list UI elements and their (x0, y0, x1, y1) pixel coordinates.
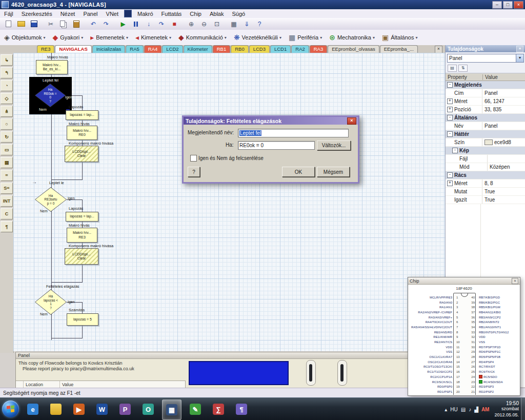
tab-close-icon[interactable]: × (435, 46, 442, 53)
tray-network-icon[interactable]: ▟ (474, 407, 478, 412)
expand-icon[interactable]: - (447, 115, 453, 121)
component-group-gyakori[interactable]: ◆ Gyakori ▾ (53, 33, 84, 42)
menu-item[interactable]: Súgó (228, 10, 249, 17)
ok-button[interactable]: OK (282, 167, 315, 177)
condition-input[interactable]: RE0ok = 0 (238, 141, 315, 150)
step-into-icon[interactable]: ↓ (143, 18, 155, 30)
component-macro-icon[interactable]: ▤ (1, 157, 13, 168)
document-tab[interactable]: LCD3 (249, 45, 270, 53)
document-tab[interactable]: EEprombol_olvasas (328, 45, 379, 53)
taskbar-app-notepad[interactable]: ¶ (232, 399, 251, 419)
panel-close-icon[interactable]: × (516, 46, 523, 52)
interrupt-icon[interactable]: INT (1, 195, 13, 207)
maximize-button[interactable]: □ (503, 1, 513, 9)
document-tab[interactable]: LCD1 (270, 45, 291, 53)
taskbar-app-flowcode[interactable]: ▦ (162, 399, 181, 420)
property-value-cell[interactable]: 8, 8 (482, 181, 525, 186)
show-desktop-button[interactable] (521, 398, 525, 420)
property-row[interactable]: +Méret 66, 1247 (446, 97, 525, 106)
decision-diamond[interactable]: Ha lapozas < 1 ? (35, 289, 67, 315)
macro-call-box[interactable]: Makró hív... RE0 (67, 126, 97, 140)
menu-item[interactable]: Makró (133, 10, 157, 17)
taskbar-app-internet-explorer[interactable]: e (24, 399, 42, 419)
document-tab[interactable]: EEpromba_... (380, 45, 418, 53)
selected-decision[interactable]: Leptet fel Ha RE0ok = 0 ? Igen Nem (29, 77, 72, 114)
component-group-mechatronika[interactable]: ⊛ Mechatronika ▾ (329, 33, 375, 42)
slider-component[interactable] (337, 360, 347, 386)
slider-component[interactable] (306, 360, 316, 386)
copy-icon[interactable] (57, 18, 70, 30)
document-tab[interactable]: Kilometer (184, 45, 212, 53)
object-selector-dropdown[interactable]: Panel ▾ (447, 54, 524, 63)
property-row[interactable]: -Megjelenés (446, 81, 525, 89)
expand-icon[interactable]: + (447, 107, 453, 112)
menu-item[interactable]: Chip (186, 10, 206, 17)
component-group-bemenetek[interactable]: ▸ Bemenetek ▾ (90, 33, 128, 42)
taskbar-app-calculator[interactable]: ∑ (209, 399, 228, 419)
decision-diamond[interactable]: Ha RE0ok = 0 ? (35, 84, 66, 107)
pause-icon[interactable] (130, 18, 142, 30)
property-row[interactable]: Fájl (446, 155, 525, 163)
document-tab[interactable]: RA5 (126, 45, 143, 53)
property-row[interactable]: Név Panel (446, 122, 525, 130)
tray-keyboard-icon[interactable]: ▤ (461, 407, 466, 412)
swap-branches-checkbox[interactable] (190, 155, 197, 162)
new-file-icon[interactable] (2, 18, 14, 30)
property-row[interactable]: Cím Panel (446, 89, 525, 97)
zoom-in-icon[interactable]: ⊕ (185, 18, 197, 30)
taskbar-app-outlook[interactable]: O (139, 399, 157, 419)
macro-call-box[interactable]: Makró hív... RE3 (67, 228, 97, 243)
paste-icon[interactable] (70, 18, 83, 30)
tray-alert-icon[interactable]: AM (481, 407, 490, 412)
dialog-close-icon[interactable]: × (347, 117, 356, 125)
save-icon[interactable] (28, 18, 40, 30)
property-row[interactable]: +Méret 8, 8 (446, 179, 525, 188)
close-button[interactable]: × (514, 1, 523, 9)
redo-icon[interactable]: ↷ (100, 18, 112, 30)
taskbar-app-photoshop[interactable]: P (116, 399, 134, 419)
property-row[interactable]: Szín ece9d8 (446, 138, 525, 147)
zoom-fit-icon[interactable]: ⊡ (211, 18, 223, 30)
cancel-button[interactable]: Mégsem (317, 167, 350, 177)
string-function-icon[interactable]: S= (1, 183, 13, 194)
tray-language-indicator[interactable]: HU (450, 407, 457, 412)
component-group-objektumok[interactable]: ◈ Objektumok ▾ (4, 33, 46, 42)
loop-icon[interactable]: ↻ (1, 131, 13, 143)
expand-icon[interactable]: - (447, 131, 453, 137)
taskbar-clock[interactable]: 19:50 szombat 2012.05.05. (494, 401, 519, 418)
macro-call-box[interactable]: Makró hív... Be_es_ki... (36, 60, 68, 74)
switch-icon[interactable]: ⋔ (1, 106, 13, 117)
menu-item[interactable]: Nézet (56, 10, 79, 17)
property-value-cell[interactable]: 33, 835 (482, 107, 525, 112)
compile-icon[interactable]: ⇓ (240, 18, 253, 30)
component-group-periferia[interactable]: ▦ Periféria ▾ (289, 33, 322, 42)
start-button[interactable] (2, 401, 19, 417)
slider-handle[interactable] (340, 364, 344, 382)
calculation-icon[interactable]: = (1, 170, 13, 181)
comment-icon[interactable]: ¶ (1, 221, 13, 232)
property-row[interactable]: +Pozíció 33, 835 (446, 106, 525, 114)
decision-diamond[interactable]: Ha RE3setu p = 0 (35, 187, 67, 212)
property-value-cell[interactable]: Panel (482, 90, 525, 96)
component-macro-box[interactable]: LCDDispl... Clear (65, 146, 98, 162)
slider-handle[interactable] (309, 364, 312, 382)
taskbar-app-media-player[interactable]: ▶ (70, 399, 88, 419)
macro-call-icon[interactable]: ▭ (1, 144, 13, 155)
step-over-icon[interactable]: ↷ (155, 18, 168, 30)
expand-icon[interactable]: + (447, 98, 453, 104)
help-button[interactable]: ? (188, 167, 200, 177)
document-tab[interactable]: Inicializalas (92, 45, 126, 53)
menu-item[interactable]: VNet (102, 10, 123, 17)
component-group-kommunikacio[interactable]: ◆ Kommunikáció ▾ (178, 33, 227, 42)
property-value-cell[interactable]: True (482, 197, 525, 203)
property-value-cell[interactable]: Középen (488, 164, 525, 170)
property-row[interactable]: Mód Középen (446, 163, 525, 171)
tray-expand-icon[interactable]: ▴ (445, 407, 447, 412)
property-row[interactable]: Mutat True (446, 188, 525, 196)
tray-volume-icon[interactable]: ♪ (469, 407, 471, 412)
chip-view-icon[interactable]: ▦ (228, 18, 240, 30)
component-group-vezeteknelkuli[interactable]: ❋ Vezetéknélküli ▾ (234, 33, 281, 42)
open-file-icon[interactable] (15, 18, 27, 30)
property-row[interactable]: Igazít True (446, 196, 525, 204)
document-tab[interactable]: NAVIGALAS (55, 45, 91, 53)
